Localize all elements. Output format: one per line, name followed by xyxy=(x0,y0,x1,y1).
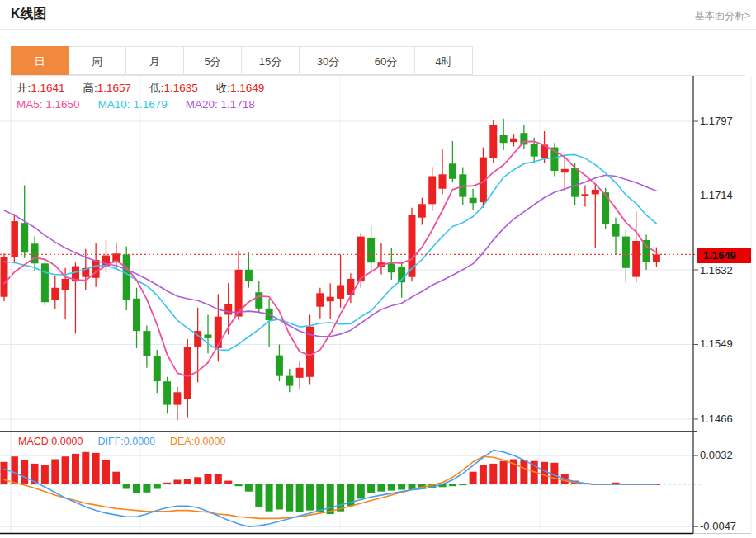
ma10-value: 1.1679 xyxy=(133,98,167,111)
candle-body xyxy=(41,263,49,302)
open-value: 1.1641 xyxy=(31,82,64,94)
macd-histogram-bar xyxy=(276,484,283,510)
dea-value: 0.0000 xyxy=(194,436,225,447)
candle-body xyxy=(489,125,497,158)
macd-histogram-bar xyxy=(154,484,161,489)
macd-histogram-bar xyxy=(459,484,466,485)
macd-histogram-bar xyxy=(133,484,140,493)
candle-body xyxy=(245,270,253,281)
candle-body xyxy=(276,356,283,376)
candle-body xyxy=(21,223,28,252)
ma10-label: MA10: xyxy=(98,98,130,111)
ma5-value: 1.1650 xyxy=(45,98,79,111)
candle-body xyxy=(123,254,130,300)
macd-histogram-bar xyxy=(194,477,201,484)
candle-body xyxy=(133,299,140,331)
macd-histogram-bar xyxy=(255,484,262,507)
macd-legend: MACD:0.0000DIFF:0.0000DEA:0.0000 xyxy=(18,436,240,447)
macd-histogram-bar xyxy=(82,452,89,484)
ma-legend: MA5: 1.1650MA10: 1.1679MA20: 1.1718 xyxy=(17,98,273,111)
macd-histogram-bar xyxy=(266,484,273,512)
macd-histogram-bar xyxy=(520,460,527,484)
price-axis-label: 1.1632 xyxy=(700,263,751,278)
macd-histogram-bar xyxy=(92,453,100,484)
candle-body xyxy=(11,221,18,257)
diff-value: 0.0000 xyxy=(124,436,155,447)
candle-body xyxy=(205,335,212,338)
low-label: 低: xyxy=(149,82,163,94)
candle-body xyxy=(632,241,640,277)
high-value: 1.1657 xyxy=(97,82,131,94)
price-axis-label: 1.1714 xyxy=(700,188,751,203)
ma5-line xyxy=(4,141,656,376)
macd-histogram-bar xyxy=(306,484,314,511)
macd-histogram-bar xyxy=(500,461,508,484)
macd-histogram-bar xyxy=(296,484,304,512)
candle-body xyxy=(470,198,477,204)
macd-histogram-bar xyxy=(21,460,28,484)
candle-body xyxy=(215,317,222,348)
macd-histogram-bar xyxy=(489,464,497,484)
macd-axis-label: 0.0032 xyxy=(700,448,751,463)
macd-value: 0.0000 xyxy=(51,436,83,447)
candle-body xyxy=(296,368,304,378)
dea-label: DEA: xyxy=(170,436,194,447)
close-value: 1.1649 xyxy=(230,82,264,94)
macd-histogram-bar xyxy=(51,460,59,485)
candle-body xyxy=(184,347,191,399)
candle-body xyxy=(571,168,579,197)
macd-histogram-bar xyxy=(367,484,375,493)
candle-body xyxy=(653,254,660,262)
macd-histogram-bar xyxy=(377,484,385,492)
ohlc-legend: 开:1.1641高:1.1657低:1.1635收:1.1649 xyxy=(17,81,282,96)
macd-histogram-bar xyxy=(398,484,405,490)
macd-histogram-bar xyxy=(215,474,222,484)
macd-label: MACD: xyxy=(18,436,51,447)
current-price-tag: 1.1649 xyxy=(697,248,751,263)
ma5-label: MA5: xyxy=(17,98,43,111)
candle-body xyxy=(357,237,365,282)
macd-histogram-bar xyxy=(184,479,191,485)
candle-body xyxy=(388,263,395,272)
macd-histogram-bar xyxy=(470,472,477,484)
macd-histogram-bar xyxy=(327,484,334,514)
candle-body xyxy=(224,304,232,314)
candle-body xyxy=(1,257,8,297)
macd-histogram-bar xyxy=(388,484,395,491)
candle-body xyxy=(31,243,39,263)
candle-body xyxy=(622,237,630,268)
price-axis-label: 1.1549 xyxy=(700,337,751,352)
candle-body xyxy=(592,190,599,195)
low-value: 1.1635 xyxy=(163,82,197,94)
macd-histogram-bar xyxy=(205,474,212,484)
macd-histogram-bar xyxy=(62,456,69,484)
candle-body xyxy=(439,174,447,188)
candle-body xyxy=(367,238,375,262)
macd-histogram-bar xyxy=(541,462,548,484)
macd-histogram-bar xyxy=(449,484,456,486)
candle-body xyxy=(173,392,181,404)
macd-histogram-bar xyxy=(41,465,49,484)
macd-histogram-bar xyxy=(357,484,365,498)
macd-histogram-bar xyxy=(123,484,130,489)
macd-histogram-bar xyxy=(112,472,120,484)
macd-histogram-bar xyxy=(163,483,171,484)
candle-body xyxy=(500,134,508,143)
close-label: 收: xyxy=(216,82,230,94)
candle-body xyxy=(337,286,344,299)
candle-body xyxy=(510,139,517,142)
macd-histogram-bar xyxy=(72,454,79,484)
ma10-line xyxy=(4,154,656,350)
candle-body xyxy=(612,224,620,236)
macd-histogram-bar xyxy=(286,484,293,512)
ma20-value: 1.1718 xyxy=(220,98,254,111)
candle-body xyxy=(154,356,161,382)
candle-body xyxy=(286,376,293,386)
candle-body xyxy=(449,163,456,179)
diff-label: DIFF: xyxy=(98,436,124,447)
candle-body xyxy=(143,331,150,356)
macd-histogram-bar xyxy=(316,484,324,512)
candle-body xyxy=(327,297,334,302)
candle-body xyxy=(418,204,426,217)
kline-widget: K线图 基本面分析> 日 周 月 5分 15分 30分 60分 4时 开:1.1… xyxy=(0,0,756,538)
